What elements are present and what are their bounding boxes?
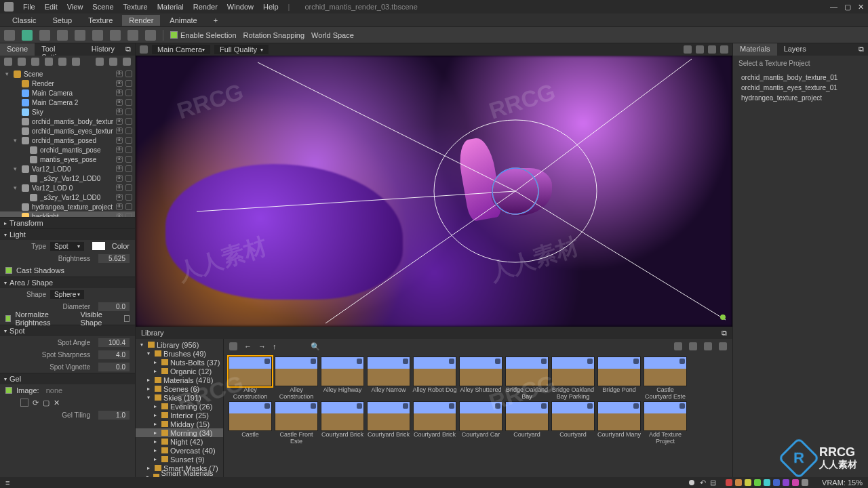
world-space-label[interactable]: World Space bbox=[311, 31, 354, 39]
library-home-icon[interactable] bbox=[229, 342, 237, 350]
library-thumbnail[interactable]: Castle bbox=[228, 401, 273, 445]
outliner-item[interactable]: ▾Scene👁 bbox=[0, 69, 135, 79]
minimize-icon[interactable]: — bbox=[830, 3, 837, 12]
mode-setup[interactable]: Setup bbox=[45, 15, 79, 26]
outliner-item[interactable]: orchid_mantis_eyes_texture_01👁 bbox=[0, 126, 135, 136]
library-thumbnail[interactable]: Courtyard bbox=[551, 401, 595, 445]
select-tool-icon[interactable] bbox=[4, 30, 15, 41]
shape-dropdown[interactable]: Sphere bbox=[50, 290, 84, 299]
popout-icon[interactable]: ⧉ bbox=[854, 43, 868, 56]
library-thumbnail[interactable]: Alley Construction bbox=[228, 357, 273, 400]
library-folder[interactable]: ▸Organic (12) bbox=[136, 367, 223, 375]
viewport-popout-icon[interactable] bbox=[720, 45, 728, 54]
mode-texture[interactable]: Texture bbox=[81, 15, 119, 26]
mode-classic[interactable]: Classic bbox=[5, 15, 43, 26]
outliner-item[interactable]: hydrangea_texture_project👁 bbox=[0, 202, 135, 211]
library-up-icon[interactable]: ↑ bbox=[273, 342, 277, 350]
menu-scene[interactable]: Scene bbox=[92, 3, 113, 11]
outliner-item[interactable]: Sky👁 bbox=[0, 107, 135, 117]
outliner-item[interactable]: orchid_mantis_body_texture_01👁 bbox=[0, 117, 135, 126]
library-import-icon[interactable] bbox=[674, 342, 682, 350]
library-folder[interactable]: ▸Sunset (9) bbox=[136, 455, 223, 464]
menu-window[interactable]: Window bbox=[227, 3, 254, 11]
visible-shape-checkbox[interactable] bbox=[124, 315, 130, 322]
library-thumbnail[interactable]: Courtyard Many bbox=[597, 401, 642, 445]
library-folder[interactable]: ▸Morning (34) bbox=[136, 428, 223, 437]
library-view-icon[interactable] bbox=[719, 342, 727, 350]
library-folder[interactable]: ▾Brushes (49) bbox=[136, 349, 223, 358]
library-thumbnail[interactable]: Alley Robot Dog bbox=[412, 357, 457, 400]
mode-render[interactable]: Render bbox=[122, 15, 160, 26]
gel-tiling-input[interactable]: 1.0 bbox=[98, 411, 130, 420]
library-thumbnail[interactable]: Bridge Pond bbox=[597, 357, 642, 400]
library-thumbnail[interactable]: Courtyard Brick bbox=[320, 401, 365, 445]
section-light[interactable]: ▾Light bbox=[0, 228, 135, 240]
delete-icon[interactable] bbox=[123, 58, 131, 66]
fog-add-icon[interactable] bbox=[45, 58, 53, 66]
library-thumbnail[interactable]: Add Texture Project bbox=[643, 401, 688, 445]
section-gel[interactable]: ▾Gel bbox=[0, 373, 135, 384]
tab-scene[interactable]: Scene bbox=[0, 43, 35, 56]
library-folder[interactable]: ▾Skies (191) bbox=[136, 393, 223, 402]
cast-shadows-checkbox[interactable] bbox=[5, 267, 12, 274]
library-thumbnail[interactable]: Courtyard bbox=[505, 401, 549, 445]
shadow-add-icon[interactable] bbox=[58, 58, 66, 66]
outliner-item[interactable]: orchid_mantis_pose👁 bbox=[0, 145, 135, 155]
library-thumbnail[interactable]: Castle Front Este bbox=[274, 401, 319, 445]
viewport-add-icon[interactable] bbox=[696, 45, 704, 54]
outliner-item[interactable]: mantis_eyes_pose👁 bbox=[0, 155, 135, 164]
search-icon[interactable]: 🔍 bbox=[311, 342, 320, 351]
library-thumbnail[interactable]: Alley Narrow bbox=[366, 357, 411, 400]
spot-angle-input[interactable]: 100.4 bbox=[98, 338, 130, 347]
library-thumbnail[interactable]: Alley Highway bbox=[320, 357, 365, 400]
add-icon[interactable] bbox=[4, 58, 12, 66]
library-thumbnail[interactable]: Bridge Oakland Bay Parking bbox=[551, 357, 595, 400]
outliner-item[interactable]: _s3zy_Var12_LOD0👁 bbox=[0, 174, 135, 183]
library-thumbnail[interactable]: Castle Courtyard Este bbox=[643, 357, 688, 400]
light-add-icon[interactable] bbox=[18, 58, 26, 66]
menu-file[interactable]: File bbox=[23, 3, 35, 11]
diameter-input[interactable]: 0.0 bbox=[98, 302, 130, 311]
library-thumbnail[interactable]: Courtyard Brick bbox=[412, 401, 457, 445]
section-area-shape[interactable]: ▾Area / Shape bbox=[0, 277, 135, 288]
light-type-dropdown[interactable]: Spot bbox=[50, 242, 84, 251]
texture-project-item[interactable]: orchid_mantis_eyes_texture_01 bbox=[733, 83, 868, 93]
popout-icon[interactable]: ⧉ bbox=[121, 43, 135, 56]
camera-add-icon[interactable] bbox=[31, 58, 39, 66]
status-undo-icon[interactable]: ↶ bbox=[700, 479, 706, 487]
menu-edit[interactable]: Edit bbox=[45, 3, 58, 11]
library-export-icon[interactable] bbox=[689, 342, 697, 350]
color-swatch[interactable] bbox=[735, 479, 742, 486]
library-folder[interactable]: ▸Overcast (40) bbox=[136, 446, 223, 455]
close-icon[interactable]: ✕ bbox=[858, 3, 864, 12]
menu-view[interactable]: View bbox=[67, 3, 83, 11]
library-back-icon[interactable]: ← bbox=[244, 342, 252, 350]
folder-icon[interactable] bbox=[96, 58, 104, 66]
texture-project-item[interactable]: hydrangea_texture_project bbox=[733, 93, 868, 103]
outliner-item[interactable]: Render👁 bbox=[0, 79, 135, 88]
gel-open-icon[interactable]: ▢ bbox=[43, 399, 50, 407]
texture-project-list[interactable]: orchid_mantis_body_texture_01orchid_mant… bbox=[733, 71, 868, 104]
section-transform[interactable]: ▸Transform bbox=[0, 217, 135, 228]
color-swatch[interactable] bbox=[792, 479, 799, 486]
library-delete-icon[interactable] bbox=[704, 342, 712, 350]
menu-help[interactable]: Help bbox=[263, 3, 279, 11]
color-swatch[interactable] bbox=[783, 479, 789, 486]
color-swatch[interactable] bbox=[802, 479, 808, 486]
gel-browse-icon[interactable] bbox=[20, 399, 28, 407]
library-popout-icon[interactable]: ⧉ bbox=[722, 329, 727, 338]
scale-tool-icon[interactable] bbox=[57, 30, 68, 41]
menu-texture[interactable]: Texture bbox=[123, 3, 148, 11]
library-folder-tree[interactable]: ▾Library (956)▾Brushes (49)▸Nuts-Bolts (… bbox=[136, 339, 224, 488]
mode-animate[interactable]: Animate bbox=[163, 15, 203, 26]
library-folder[interactable]: ▸Scenes (6) bbox=[136, 384, 223, 393]
texture-project-item[interactable]: orchid_mantis_body_texture_01 bbox=[733, 73, 868, 83]
group-add-icon[interactable] bbox=[72, 58, 80, 66]
library-folder[interactable]: ▸Interior (25) bbox=[136, 411, 223, 420]
tab-layers[interactable]: Layers bbox=[777, 43, 813, 56]
move-tool-icon[interactable] bbox=[22, 30, 33, 41]
tab-tool-settings[interactable]: Tool Settings bbox=[35, 43, 85, 56]
status-menu-icon[interactable]: ≡ bbox=[5, 479, 9, 487]
spot-vignette-input[interactable]: 0.0 bbox=[98, 363, 130, 371]
library-grid[interactable]: Alley ConstructionAlley ConstructionAlle… bbox=[224, 354, 732, 488]
